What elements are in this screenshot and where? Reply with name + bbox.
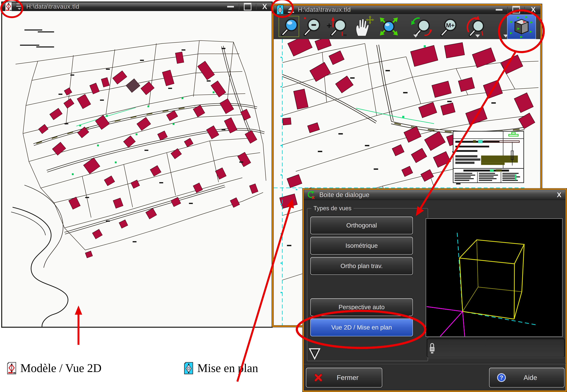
zoom-rotate-tool[interactable] xyxy=(410,15,432,38)
help-icon: ? xyxy=(497,373,506,382)
svg-text:?: ? xyxy=(500,375,503,381)
minimize-icon[interactable] xyxy=(226,3,235,10)
zoom-perspective-tool[interactable] xyxy=(464,15,486,38)
layout-document-icon xyxy=(184,362,194,374)
eject-icon[interactable] xyxy=(287,6,295,14)
window-shade-icon[interactable] xyxy=(16,2,23,11)
minimize-icon[interactable] xyxy=(494,6,504,13)
buildings xyxy=(39,52,258,258)
zoom-select-tool[interactable] xyxy=(278,15,300,38)
model-annotation-label: Modèle / Vue 2D xyxy=(20,361,102,375)
svg-text:+: + xyxy=(327,21,332,31)
view-preview-panel xyxy=(426,218,563,337)
close-dialog-label: Fermer xyxy=(323,374,372,381)
zoom-window-tool[interactable] xyxy=(378,15,400,38)
help-label: Aide xyxy=(506,374,554,381)
chevron-down-icon[interactable] xyxy=(475,35,480,38)
cube-3d-icon xyxy=(507,15,536,39)
cube-preview-drawing xyxy=(426,219,562,336)
pan-tool[interactable] xyxy=(352,15,374,38)
model-window-title: H:\data\travaux.tld xyxy=(26,3,79,10)
desktop: H:\data\travaux.tld X .b{fill:#b00d3c;st… xyxy=(0,0,567,392)
zoom-toolbar: + xyxy=(274,14,540,39)
dialog-divider xyxy=(304,363,566,364)
model-map-drawing: .b{fill:#b00d3c;stroke:#2a0510;stroke-wi… xyxy=(2,11,272,327)
orthogonal-button[interactable]: Orthogonal xyxy=(310,216,413,234)
model-document-icon xyxy=(7,362,16,374)
view-name-input[interactable] xyxy=(427,338,565,358)
model-map-canvas[interactable]: .b{fill:#b00d3c;stroke:#2a0510;stroke-wi… xyxy=(2,11,272,327)
layout-annotation-label: Mise en plan xyxy=(197,361,258,375)
map-title-block xyxy=(453,131,524,183)
zoom-in-out-tool[interactable]: + xyxy=(326,15,348,38)
dialog-close-icon[interactable]: X xyxy=(557,191,561,199)
layout-annotation: Mise en plan xyxy=(184,361,258,375)
isometric-button[interactable]: Isométrique xyxy=(310,237,413,255)
window-model-view: H:\data\travaux.tld X .b{fill:#b00d3c;st… xyxy=(1,1,273,328)
expander-triangle-icon[interactable] xyxy=(309,348,321,360)
view-cube-tool[interactable] xyxy=(507,14,536,39)
chevron-down-icon[interactable] xyxy=(413,35,418,38)
layout-window-controls: X xyxy=(494,6,538,13)
ortho-work-plane-button[interactable]: Ortho plan trav. xyxy=(310,257,413,275)
dialog-title-icon xyxy=(306,190,315,199)
help-button[interactable]: ? Aide xyxy=(489,368,565,388)
auto-perspective-button[interactable]: Perspective auto xyxy=(310,298,413,316)
model-annotation: Modèle / Vue 2D xyxy=(7,361,102,375)
layout-window-title: H:\data\travaux.tld xyxy=(298,6,351,13)
layout-window-titlebar[interactable]: H:\data\travaux.tld X xyxy=(274,6,540,14)
layout-document-icon[interactable] xyxy=(276,5,284,14)
model-window-titlebar[interactable]: H:\data\travaux.tld X xyxy=(2,2,272,11)
view-types-group-label: Types de vues xyxy=(311,205,354,211)
close-icon[interactable]: X xyxy=(260,3,269,10)
maximize-icon[interactable] xyxy=(243,3,252,10)
zoom-memory-tool[interactable]: M+ xyxy=(437,15,459,38)
view-types-dialog: Boite de dialogue X Types de vues Orthog… xyxy=(302,188,567,392)
zoom-out-tool[interactable] xyxy=(300,15,323,38)
maximize-icon[interactable] xyxy=(512,6,521,13)
dialog-titlebar[interactable]: Boite de dialogue X xyxy=(304,190,565,200)
close-icon[interactable]: X xyxy=(529,6,538,13)
close-dialog-button[interactable]: Fermer xyxy=(306,368,382,388)
model-document-icon[interactable] xyxy=(5,2,13,12)
model-window-controls: X xyxy=(226,3,269,10)
dialog-title: Boite de dialogue xyxy=(319,191,369,198)
view-2d-layout-button[interactable]: Vue 2D / Mise en plan xyxy=(310,319,413,336)
zoom-memory-label: M+ xyxy=(446,22,455,29)
red-cross-icon xyxy=(313,373,323,382)
